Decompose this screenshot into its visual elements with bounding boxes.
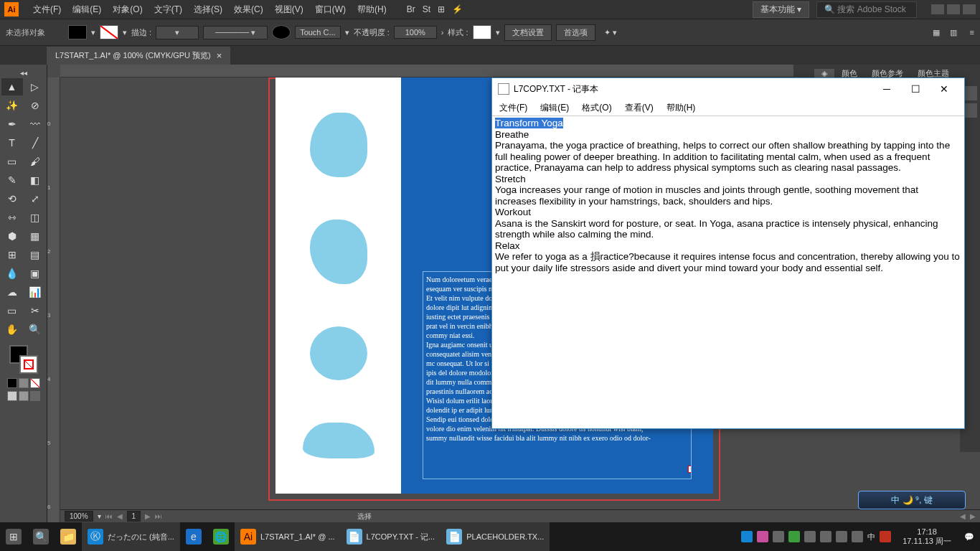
explorer-button[interactable]: 📁 (55, 522, 82, 551)
blend-tool[interactable]: ▣ (24, 265, 46, 282)
dock-icon[interactable] (963, 86, 977, 100)
arrange-icon[interactable]: ⊞ (438, 4, 445, 14)
np-maximize-icon[interactable]: ☐ (901, 80, 930, 98)
system-tray[interactable]: 中 (737, 531, 895, 542)
graph-tool[interactable]: 📊 (24, 283, 46, 301)
stroke-weight[interactable]: ▾ (156, 26, 199, 39)
menu-edit[interactable]: 编辑(E) (67, 4, 107, 16)
overflow-indicator-icon[interactable]: + (688, 466, 692, 473)
align-icon[interactable]: ▦ (933, 28, 940, 37)
np-menu-file[interactable]: 文件(F) (495, 100, 532, 116)
brush-def[interactable]: Touch C... (295, 26, 341, 39)
taskbar-clock[interactable]: 17:18 17.11.13 周一 (895, 527, 958, 546)
artboard-nav[interactable]: 1 (127, 511, 141, 522)
scroll-left-icon[interactable]: ◀ (960, 512, 966, 520)
notepad-titlebar[interactable]: L7COPY.TXT - 记事本 ─ ☐ ✕ (492, 78, 964, 100)
gradient-mode-icon[interactable] (19, 378, 29, 388)
brush-swatch[interactable] (272, 25, 291, 39)
dock-icon[interactable] (963, 103, 977, 118)
rotate-tool[interactable]: ⟲ (1, 190, 23, 207)
music-app[interactable]: Ⓚだったのに (純音... (82, 522, 180, 551)
stroke-color[interactable] (19, 355, 38, 374)
screen-mode-icon[interactable] (7, 391, 17, 401)
paintbrush-tool[interactable]: 🖌 (24, 153, 46, 170)
prev-artboard-icon[interactable]: ◀ (117, 512, 123, 520)
menu-object[interactable]: 对象(O) (107, 4, 148, 16)
notepad2-task[interactable]: 📄PLACEHOLDER.TX... (440, 522, 550, 551)
ime-lang[interactable]: 中 (867, 532, 875, 542)
hand-tool[interactable]: ✋ (1, 321, 23, 338)
np-menu-format[interactable]: 格式(O) (578, 100, 616, 116)
zoom-tool[interactable]: 🔍 (24, 321, 46, 338)
opacity-field[interactable]: 100% (394, 26, 437, 39)
draw-mode2-icon[interactable] (30, 391, 40, 401)
bridge-icon[interactable]: Br (407, 4, 415, 14)
line-tool[interactable]: ╱ (24, 134, 46, 151)
menu-select[interactable]: 选择(S) (188, 4, 228, 16)
close-icon[interactable] (963, 4, 976, 14)
prefs-button[interactable]: 首选项 (556, 24, 595, 41)
notepad-textarea[interactable]: Transform Yoga Breathe Pranayama, the yo… (492, 116, 964, 428)
menu-help[interactable]: 帮助(H) (352, 4, 392, 16)
doc-setup-button[interactable]: 文档设置 (504, 24, 552, 41)
symbol-sprayer-tool[interactable]: ☁ (1, 283, 23, 301)
shape-builder-tool[interactable]: ⬢ (1, 227, 23, 245)
notepad-task[interactable]: 📄L7COPY.TXT - 记... (341, 522, 441, 551)
ime-indicator[interactable]: 中 🌙 ⁹, 键 (858, 491, 966, 509)
stock-search[interactable]: 🔍 搜索 Adobe Stock (816, 1, 917, 18)
np-minimize-icon[interactable]: ─ (872, 80, 901, 98)
next-artboard-icon[interactable]: ▶ (145, 512, 151, 520)
notifications-icon[interactable]: 💬 (958, 522, 980, 551)
stock-icon[interactable]: St (423, 4, 430, 14)
artboard-tool[interactable]: ▭ (1, 302, 23, 319)
menu-effect[interactable]: 效果(C) (228, 4, 269, 16)
shaper-tool[interactable]: ✎ (1, 171, 23, 189)
tray-icon[interactable] (788, 531, 800, 542)
stroke-swatch[interactable] (100, 25, 118, 39)
maximize-icon[interactable] (947, 4, 960, 14)
last-artboard-icon[interactable]: ⏭ (155, 512, 162, 520)
np-close-icon[interactable]: ✕ (930, 80, 958, 98)
magic-wand-tool[interactable]: ✨ (1, 97, 23, 114)
lasso-tool[interactable]: ⊘ (24, 97, 46, 114)
eraser-tool[interactable]: ◧ (24, 171, 46, 189)
search-button[interactable]: 🔍 (27, 522, 55, 551)
stroke-profile[interactable]: ────── ▾ (203, 26, 268, 39)
scroll-right-icon[interactable]: ▶ (970, 512, 976, 520)
np-menu-edit[interactable]: 编辑(E) (536, 100, 573, 116)
menu-window[interactable]: 窗口(W) (309, 4, 352, 16)
transform-icon[interactable]: ✦ ▾ (604, 28, 617, 37)
zoom-field[interactable]: 100% (65, 511, 93, 522)
tray-icon[interactable] (741, 531, 753, 542)
type-tool[interactable]: T (1, 134, 23, 151)
slice-tool[interactable]: ✂ (24, 302, 46, 319)
eyedropper-tool[interactable]: 💧 (1, 265, 23, 282)
tray-icon[interactable] (804, 531, 816, 542)
document-tab[interactable]: L7START_1.AI* @ 100% (CMYK/GPU 预览) × (47, 47, 230, 65)
panel-menu-icon[interactable]: ≡ (970, 28, 974, 37)
width-tool[interactable]: ⇿ (1, 209, 23, 226)
tray-icon[interactable] (773, 531, 784, 542)
np-menu-help[interactable]: 帮助(H) (662, 100, 700, 116)
np-menu-view[interactable]: 查看(V) (621, 100, 658, 116)
gradient-tool[interactable]: ▤ (24, 246, 46, 263)
align-icon2[interactable]: ▥ (950, 28, 957, 37)
browser-button[interactable]: 🌐 (207, 522, 235, 551)
ruler-vertical[interactable]: 0 123 456 789 10 (47, 77, 60, 522)
mesh-tool[interactable]: ⊞ (1, 246, 23, 263)
curvature-tool[interactable]: 〰 (24, 116, 46, 133)
perspective-tool[interactable]: ▦ (24, 227, 46, 245)
workspace-switcher[interactable]: 基本功能 ▾ (753, 1, 809, 18)
sogou-icon[interactable] (880, 531, 891, 542)
rectangle-tool[interactable]: ▭ (1, 153, 23, 170)
menu-file[interactable]: 文件(F) (27, 4, 67, 16)
color-mode-icon[interactable] (7, 378, 17, 388)
illustrator-task[interactable]: AiL7START_1.AI* @ ... (235, 522, 341, 551)
volume-icon[interactable] (852, 531, 863, 542)
edge-button[interactable]: e (180, 522, 207, 551)
none-mode-icon[interactable] (30, 378, 40, 388)
network-icon[interactable] (820, 531, 831, 542)
tab-close-icon[interactable]: × (217, 50, 222, 61)
start-button[interactable]: ⊞ (0, 522, 27, 551)
draw-mode-icon[interactable] (19, 391, 29, 401)
